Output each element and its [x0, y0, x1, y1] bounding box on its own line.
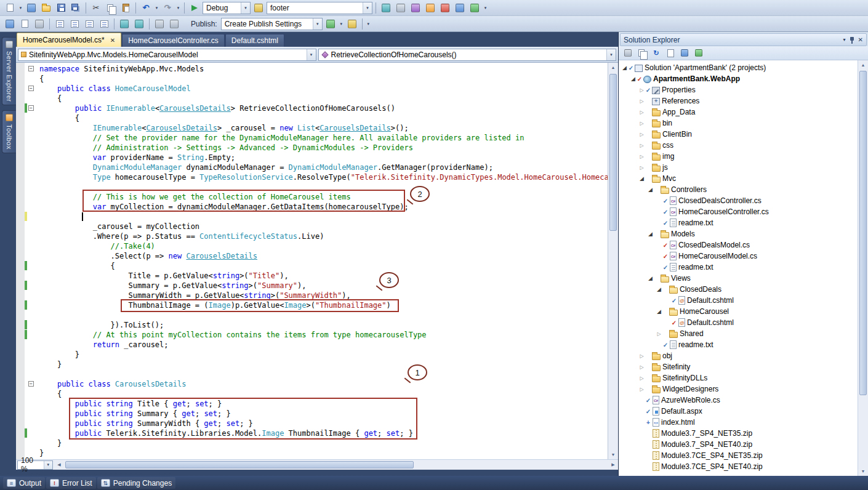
cut-button[interactable]: ✂: [89, 2, 103, 14]
tree-item-sitefinitydlls[interactable]: ▷SitefinityDLLs: [619, 372, 858, 384]
properties-window-button[interactable]: [394, 2, 408, 14]
code-line[interactable]: public IEnumerable<CarouselsDetails> Ret…: [39, 103, 608, 113]
tree-item-app-data[interactable]: ▷App_Data: [619, 106, 858, 118]
scrollbar-thumb[interactable]: [859, 71, 867, 395]
tree-item-index-html[interactable]: +index.html: [619, 417, 858, 428]
code-line[interactable]: {: [39, 389, 608, 399]
editor-horizontal-scrollbar[interactable]: [64, 460, 608, 470]
code-line[interactable]: public class CarouselsDetails: [39, 379, 608, 389]
code-line[interactable]: public Telerik.Sitefinity.Libraries.Mode…: [39, 428, 608, 438]
tree-vertical-scrollbar[interactable]: ▲ ▼: [858, 60, 868, 476]
scroll-right-arrow[interactable]: ▶: [608, 460, 618, 470]
collapse-icon[interactable]: ◢: [621, 65, 628, 71]
paste-button[interactable]: [119, 2, 132, 14]
code-line[interactable]: {: [39, 261, 608, 271]
tree-item-homecarousel[interactable]: ◢HomeCarousel: [619, 306, 858, 317]
tree-item-default-cshtml[interactable]: ✓Default.cshtml: [619, 295, 858, 306]
code-line[interactable]: // Administration -> Settings -> Advance…: [39, 143, 608, 153]
code-line[interactable]: public string Title { get; set; }: [39, 399, 608, 409]
pin-icon[interactable]: [850, 36, 854, 44]
add-item-button[interactable]: [25, 2, 38, 14]
tab-default-cshtml[interactable]: Default.cshtml: [225, 34, 284, 47]
close-icon[interactable]: ✕: [858, 36, 863, 43]
tree-item-shared[interactable]: ▷Shared: [619, 328, 858, 339]
code-line[interactable]: public class HomeCarouselModel: [39, 84, 608, 94]
expand-icon[interactable]: ▷: [638, 143, 645, 148]
tree-item-css[interactable]: ▷css: [619, 140, 858, 151]
expand-icon[interactable]: ▷: [638, 98, 645, 104]
start-debug-button[interactable]: [188, 2, 201, 14]
code-line[interactable]: Summary = p.GetValue<string>("Summary"),: [39, 281, 608, 291]
open-file-button[interactable]: [39, 2, 53, 14]
type-dropdown[interactable]: SitefinityWebApp.Mvc.Models.HomeCarousel…: [18, 49, 316, 61]
expand-icon[interactable]: ▷: [638, 154, 645, 159]
save-all-button[interactable]: [69, 2, 82, 14]
code-line[interactable]: namespace SitefinityWebApp.Mvc.Models: [39, 64, 608, 74]
edit-publish-settings-button[interactable]: [345, 18, 359, 30]
scroll-down-arrow[interactable]: ▼: [858, 467, 868, 476]
code-line[interactable]: public string Summary { get; set; }: [39, 409, 608, 419]
collapse-icon[interactable]: ◢: [656, 308, 662, 315]
scroll-up-arrow[interactable]: ▲: [608, 63, 618, 72]
tree-item-closeddealsmodel-cs[interactable]: ✓ClosedDealsModel.cs: [619, 239, 858, 251]
editor-vertical-scrollbar[interactable]: ▲ ▼: [608, 63, 618, 459]
tab-homecarouselcontroller-cs[interactable]: HomeCarouselController.cs: [122, 34, 225, 47]
se-view-code-button[interactable]: [664, 47, 677, 58]
tree-item-module3-7-sp4-net35-zip[interactable]: Module3.7_SP4_NET35.zip: [619, 428, 858, 439]
code-line[interactable]: // At this point myCollection contains t…: [39, 330, 608, 340]
tree-item-module3-7ce-sp4-net40-zip[interactable]: Module3.7CE_SP4_NET40.zip: [619, 461, 858, 472]
status-item-pending-changes[interactable]: Pending Changes: [97, 477, 175, 489]
code-line[interactable]: {: [39, 113, 608, 123]
code-line[interactable]: {: [39, 94, 608, 103]
code-lines[interactable]: namespace SitefinityWebApp.Mvc.Models{ p…: [36, 64, 608, 459]
collapse-icon[interactable]: ◢: [647, 275, 654, 281]
tree-item-readme-txt[interactable]: ✓readme.txt: [619, 217, 858, 228]
code-line[interactable]: [39, 212, 608, 222]
se-properties-button[interactable]: [622, 47, 634, 58]
code-line[interactable]: ThumbnailImage = (Image)p.GetValue<Image…: [39, 300, 608, 310]
code-line[interactable]: var myCollection = dynamicModuleManager.…: [39, 202, 608, 212]
expand-icon[interactable]: ▷: [638, 110, 645, 115]
publish-dropdown[interactable]: ▾: [339, 22, 344, 26]
tree-item-closeddeals[interactable]: ◢ClosedDeals: [619, 284, 858, 295]
tree-item-apartmentbank-webapp[interactable]: ◢✓ApartmentBank.WebApp: [619, 73, 858, 84]
tree-item-default-aspx[interactable]: ✓Default.aspx: [619, 406, 858, 417]
code-line[interactable]: DynamicModuleManager dynamicModuleManage…: [39, 163, 608, 172]
tree-item-homecarouselcontroller-cs[interactable]: ✓HomeCarouselController.cs: [619, 206, 858, 217]
show-whitespace-button[interactable]: [167, 18, 181, 30]
view-code-button[interactable]: [18, 18, 31, 30]
solution-explorer-header[interactable]: Solution Explorer ▾ ✕: [620, 33, 867, 46]
comment-selection-button[interactable]: [82, 18, 96, 30]
code-line[interactable]: .Where(p => p.Status == ContentLifecycle…: [39, 231, 608, 241]
fold-collapse-icon[interactable]: −: [28, 86, 34, 91]
tree-item-mvc[interactable]: ◢Mvc: [619, 173, 858, 184]
undo-button[interactable]: ↶: [139, 2, 153, 14]
code-line[interactable]: [39, 369, 608, 379]
code-line[interactable]: //.Take(4): [39, 241, 608, 251]
tree-item-controllers[interactable]: ◢Controllers: [619, 184, 858, 195]
tree-item-img[interactable]: ▷img: [619, 151, 858, 162]
code-line[interactable]: public string SummaryWidth { get; set; }: [39, 419, 608, 428]
tab-homecarouselmodel-cs[interactable]: HomeCarouselModel.cs*✕: [17, 33, 121, 47]
code-line[interactable]: }).ToList();: [39, 320, 608, 330]
tree-item-clientbin[interactable]: ▷ClientBin: [619, 129, 858, 140]
view-designer-button[interactable]: [3, 18, 17, 30]
expand-icon[interactable]: ▷: [638, 121, 645, 126]
se-refresh-button[interactable]: ↻: [650, 47, 662, 58]
uncomment-selection-button[interactable]: [97, 18, 111, 30]
side-tab-server-explorer[interactable]: Server Explorer: [2, 37, 16, 105]
solution-explorer-button[interactable]: [379, 2, 393, 14]
word-wrap-button[interactable]: [153, 18, 166, 30]
scrollbar-thumb[interactable]: [609, 74, 617, 231]
tree-item-homecarouselmodel-cs[interactable]: ✓HomeCarouselModel.cs: [619, 251, 858, 262]
toolbar-options-chevron[interactable]: ▾: [483, 6, 488, 10]
expand-icon[interactable]: ▷: [638, 353, 645, 359]
increase-indent-button[interactable]: [68, 18, 81, 30]
redo-dropdown[interactable]: ▾: [175, 6, 181, 10]
expand-icon[interactable]: ▷: [638, 132, 645, 137]
breakpoint-margin[interactable]: [16, 63, 25, 459]
chevron-down-icon[interactable]: ▼: [313, 18, 322, 30]
error-list-button[interactable]: [438, 2, 452, 14]
code-line[interactable]: }: [39, 438, 608, 448]
object-browser-button[interactable]: [409, 2, 422, 14]
